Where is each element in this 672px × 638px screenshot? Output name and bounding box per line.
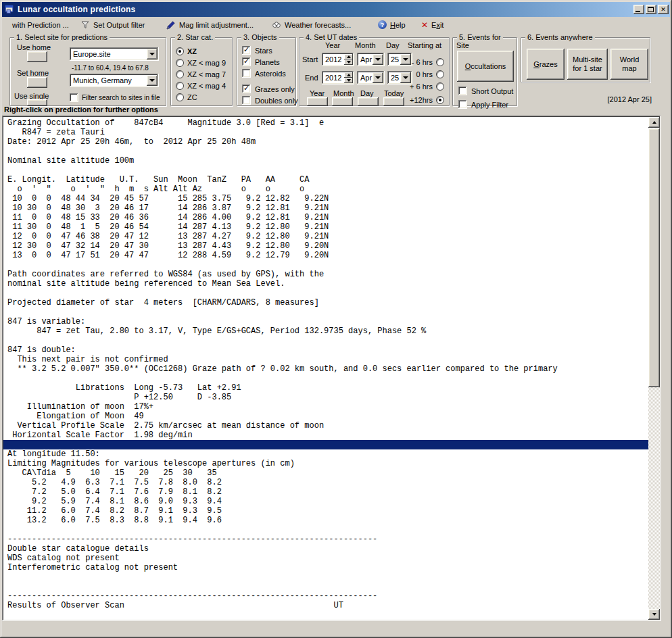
end-label: End — [305, 74, 318, 82]
offset-plus6-label: + 6 hrs — [410, 82, 433, 91]
panel-ut-dates-legend: 4. Set UT dates — [304, 33, 359, 41]
multi-site-button[interactable]: Multi-site for 1 star — [567, 49, 608, 80]
filter-sites-checkbox[interactable] — [70, 93, 78, 102]
apply-filter-label: Apply Filter — [471, 101, 508, 109]
grazes-only-checkbox[interactable] — [242, 84, 251, 93]
offset-minus6-radio[interactable] — [436, 58, 444, 66]
output-lines-before: Grazing Occultation of 847cB4 Magnitude … — [3, 117, 648, 440]
panel-star-cat: 2. Star cat. XZ XZ < mag 9 XZ < mag 7 XZ… — [170, 37, 233, 106]
start-year-spinner[interactable]: 2012 — [322, 53, 354, 66]
radio-xz-mag4-label: XZ < mag 4 — [187, 82, 226, 90]
window-title: Lunar occultation predictions — [18, 5, 632, 14]
offset-0-label: 0 hrs — [416, 70, 433, 78]
panel-events-for-site-legend: 5. Events for — [457, 33, 503, 41]
spin-down-icon[interactable] — [344, 59, 353, 65]
minimize-icon — [635, 11, 640, 12]
set-home-button[interactable] — [27, 77, 47, 88]
offset-plus6-radio[interactable] — [436, 82, 444, 91]
panel-objects-legend: 3. Objects — [241, 33, 279, 41]
doubles-only-label: Doubles only — [255, 97, 298, 105]
scroll-down-button[interactable] — [648, 609, 660, 620]
starting-at-label: Starting at — [408, 41, 441, 49]
menu-with-prediction[interactable]: with Prediction ... — [12, 18, 69, 32]
panel-events-anywhere-legend: 6. Events anywhere — [525, 33, 595, 41]
status-bar: Right-click on prediction for further op… — [4, 105, 158, 114]
menu-set-output-filter[interactable]: Set Output filter — [80, 18, 145, 32]
occultations-button[interactable]: Occultations — [457, 51, 514, 82]
use-home-label: Use home — [17, 43, 51, 51]
chevron-down-icon[interactable] — [400, 72, 411, 83]
panel-objects: 3. Objects Stars Planets Asteroids Graze… — [237, 37, 296, 106]
close-button[interactable]: ✕ — [658, 5, 669, 14]
vertical-scrollbar[interactable] — [648, 117, 660, 620]
day-column-label: Day — [386, 41, 400, 49]
app-window: Lunar occultation predictions ✕ with Pre… — [0, 0, 672, 638]
menu-mag-limit[interactable]: Mag limit adjustment... — [166, 18, 254, 32]
quick-month-button[interactable] — [332, 97, 353, 106]
quick-today-label: Today — [384, 89, 404, 97]
planets-checkbox[interactable] — [242, 57, 251, 66]
end-month-dropdown[interactable]: Apr — [357, 71, 385, 84]
chevron-down-icon[interactable] — [373, 72, 383, 83]
offset-plus12-radio[interactable] — [436, 96, 444, 104]
maximize-button[interactable] — [646, 5, 656, 14]
menu-exit[interactable]: ✕ Exit — [421, 18, 443, 32]
grazes-button[interactable]: Grazes — [527, 49, 565, 80]
radio-xz-mag9[interactable] — [176, 59, 184, 67]
chevron-down-icon[interactable] — [147, 75, 158, 86]
month-column-label: Month — [355, 41, 376, 49]
quick-day-label: Day — [360, 89, 374, 97]
menu-help[interactable]: ? Help — [378, 18, 406, 32]
site-file-bounds: -11.7 to 60.4, 19.4 to 67.8 — [72, 64, 149, 72]
title-bar: Lunar occultation predictions ✕ — [2, 2, 670, 17]
date-badge: [2012 Apr 25] — [608, 95, 652, 103]
chevron-down-icon[interactable] — [147, 49, 158, 59]
help-icon: ? — [378, 20, 387, 29]
spin-down-icon[interactable] — [344, 78, 353, 83]
quick-month-label: Month — [333, 89, 354, 97]
menu-weather-forecasts[interactable]: Weather forecasts... — [272, 18, 351, 32]
offset-0-radio[interactable] — [436, 70, 444, 78]
panel-select-site-legend: 1. Select site for predictions — [14, 33, 110, 41]
doubles-only-checkbox[interactable] — [242, 96, 251, 105]
site-file-dropdown[interactable]: Europe.site — [70, 47, 159, 61]
quick-day-button[interactable] — [358, 97, 379, 106]
year-column-label: Year — [325, 41, 340, 49]
end-day-dropdown[interactable]: 25 — [387, 71, 412, 84]
chevron-down-icon[interactable] — [373, 54, 383, 65]
short-output-checkbox[interactable] — [458, 87, 467, 95]
asteroids-label: Asteroids — [255, 70, 286, 78]
scroll-up-button[interactable] — [648, 117, 660, 128]
exit-icon: ✕ — [421, 20, 428, 30]
site-dropdown[interactable]: Munich, Germany — [70, 74, 159, 87]
spin-up-icon[interactable] — [344, 54, 353, 59]
selected-line[interactable] — [3, 440, 648, 449]
end-year-spinner[interactable]: 2012 — [322, 71, 354, 84]
radio-xz-mag4[interactable] — [176, 82, 184, 90]
stars-checkbox[interactable] — [242, 46, 251, 55]
prediction-output-text: Grazing Occultation of 847cB4 Magnitude … — [3, 117, 648, 620]
prediction-output-area[interactable]: Grazing Occultation of 847cB4 Magnitude … — [2, 116, 661, 621]
filter-sites-label: Filter search to sites in file — [82, 94, 160, 101]
grazes-only-label: Grazes only — [255, 85, 295, 93]
quick-today-button[interactable] — [383, 97, 404, 106]
offset-minus6-label: - 6 hrs — [412, 58, 433, 66]
asteroids-checkbox[interactable] — [242, 69, 251, 78]
use-home-button[interactable] — [27, 51, 47, 62]
radio-xz-mag7[interactable] — [176, 70, 184, 78]
spin-up-icon[interactable] — [344, 72, 353, 78]
chevron-down-icon[interactable] — [400, 54, 411, 65]
quick-year-button[interactable] — [307, 97, 328, 106]
radio-zc-label: ZC — [187, 93, 197, 101]
world-map-button[interactable]: World map — [610, 49, 648, 80]
radio-zc[interactable] — [176, 93, 184, 101]
start-month-dropdown[interactable]: Apr — [357, 53, 385, 66]
minimize-button[interactable] — [633, 5, 644, 14]
radio-xz-label: XZ — [187, 47, 197, 55]
scrollbar-thumb[interactable] — [648, 128, 660, 387]
app-icon — [5, 5, 14, 14]
radio-xz[interactable] — [176, 47, 184, 55]
start-day-dropdown[interactable]: 25 — [387, 53, 412, 66]
apply-filter-checkbox[interactable] — [458, 100, 467, 109]
pen-icon — [166, 20, 176, 30]
